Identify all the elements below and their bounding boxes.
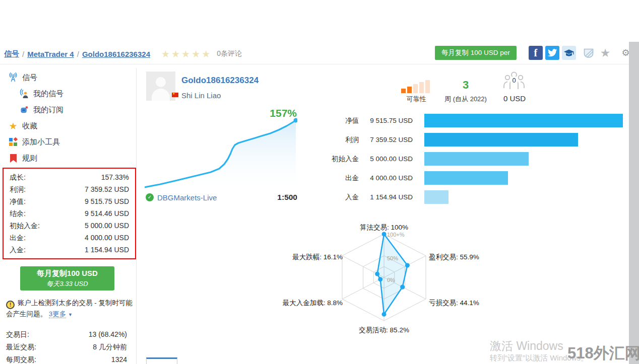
stat-row-withdrawals: 出金:4 000.00 USD: [10, 232, 129, 244]
bar: [424, 114, 623, 127]
stat-value: 1324: [111, 353, 127, 364]
sidebar-item-add-widget[interactable]: 添加小工具: [0, 134, 135, 150]
warning-icon: !: [6, 301, 15, 309]
bookmark-icon: [7, 154, 20, 163]
stat-value: 4 000.00 USD: [85, 232, 129, 244]
copy-signal-button[interactable]: 每月复制 100 USD per: [435, 46, 517, 60]
bar: [424, 133, 578, 147]
shield-hatched-icon: [583, 47, 595, 59]
subscribe-button[interactable]: 每月复制100 USD 每天3.33 USD: [20, 266, 114, 290]
breadcrumb: 信号 / MetaTrader 4 / Goldo18616236324 ★★★…: [4, 48, 242, 60]
growth-chart: [145, 108, 297, 190]
radar-label-losing-trades: 亏损交易: 44.1%: [429, 299, 479, 308]
verified-check-icon: ✓: [146, 193, 154, 201]
stat-label: 最近交易:: [6, 341, 36, 353]
bar-value: 7 359.52 USD: [365, 136, 413, 143]
sidebar-item-label: 添加小工具: [22, 137, 60, 147]
sidebar-item-label: 我的信号: [33, 89, 63, 99]
stat-value: 9 514.46 USD: [85, 207, 129, 220]
stat-value: 13 (68.42%): [89, 328, 127, 341]
svg-text:50%: 50%: [387, 255, 398, 261]
bar: [424, 171, 508, 185]
vertical-scrollbar[interactable]: [629, 42, 639, 364]
stat-label: 利润:: [10, 183, 26, 195]
stat-label: 初始入金:: [10, 220, 40, 232]
breadcrumb-link-mt4[interactable]: MetaTrader 4: [27, 50, 74, 58]
subscribers-funds: 0 USD: [500, 94, 529, 103]
header-divider: [0, 64, 629, 64]
sidebar-item-label: 信号: [22, 73, 37, 83]
stat-row-balance: 结余:9 514.46 USD: [10, 207, 129, 220]
sidebar-item-signals[interactable]: 信号: [0, 69, 135, 86]
stat-value: 157.33%: [101, 171, 129, 183]
broker-link[interactable]: DBGMarkets-Live: [157, 193, 217, 202]
sidebar-item-my-signals[interactable]: 我的信号: [0, 86, 135, 102]
bar-category: 利润: [312, 135, 359, 144]
more-warnings-caret-icon[interactable]: ▼: [68, 312, 73, 317]
widgets-icon: [7, 137, 20, 147]
reliability-bar: [413, 84, 418, 93]
sidebar-item-label: 收藏: [22, 121, 37, 131]
flag-star: ★: [172, 92, 175, 95]
radar-label-max-drawdown: 最大跌幅: 16.1%: [229, 253, 343, 262]
antenna-icon: [7, 72, 20, 83]
my-signals-icon: [18, 89, 31, 99]
sidebar-item-rules[interactable]: 规则: [0, 150, 135, 166]
breadcrumb-separator: /: [77, 50, 79, 58]
account-stats-box: 成长:157.33% 利润:7 359.52 USD 净值:9 515.75 U…: [3, 168, 136, 259]
weeks-count: 3: [454, 79, 478, 92]
avatar-body: [152, 89, 170, 101]
reviews-link[interactable]: 0条评论: [217, 49, 242, 58]
education-icon[interactable]: [562, 46, 576, 60]
sidebar-item-favorites[interactable]: ★ 收藏: [0, 118, 135, 134]
stat-label: 结余:: [10, 207, 26, 220]
breadcrumb-link-signal-name[interactable]: Goldo18616236324: [82, 50, 150, 58]
stat-value: 5 000.00 USD: [85, 220, 129, 232]
rating-stars[interactable]: ★★★★★: [161, 48, 212, 60]
leverage-value: 1:500: [277, 193, 297, 202]
author-name: Shi Lin Liao: [181, 91, 221, 100]
signal-page: 信号 / MetaTrader 4 / Goldo18616236324 ★★★…: [0, 0, 639, 364]
reliability-label: 可靠性: [398, 95, 434, 104]
twitter-icon[interactable]: [545, 46, 559, 60]
avatar: [146, 71, 175, 101]
bar-category: 初始入金: [312, 155, 359, 164]
radar-chart: 100+%50%0%: [300, 222, 468, 342]
bar-value: 5 000.00 USD: [365, 155, 413, 163]
breadcrumb-link-signals[interactable]: 信号: [4, 49, 19, 59]
avatar-head: [156, 77, 166, 87]
balance-row-withdrawals: 出金 4 000.00 USD: [312, 171, 629, 185]
stat-label: 净值:: [10, 195, 26, 207]
stat-row-trading-days: 交易日:13 (68.42%): [6, 328, 127, 341]
stat-value: 9 515.75 USD: [85, 195, 129, 207]
facebook-icon[interactable]: f: [529, 46, 543, 60]
signal-name[interactable]: Goldo18616236324: [181, 76, 259, 86]
subscribe-price: 每月复制100 USD: [20, 269, 114, 278]
stat-value: 8 几分钟前: [93, 341, 127, 353]
svg-text:0%: 0%: [387, 277, 395, 283]
reliability-bar: [407, 87, 412, 93]
stat-row-growth: 成长:157.33%: [10, 171, 129, 183]
growth-line-chart: [145, 108, 297, 190]
stat-label: 每周交易:: [6, 353, 36, 364]
twitter-bird-icon: [547, 48, 557, 58]
badge-icon[interactable]: [582, 46, 596, 60]
site-watermark: 518外汇网: [567, 343, 639, 364]
stat-value: 7 359.52 USD: [85, 183, 129, 195]
balance-row-profit: 利润 7 359.52 USD: [312, 133, 629, 147]
stat-label: 交易日:: [6, 328, 29, 341]
favorite-star-icon[interactable]: ★: [600, 46, 611, 60]
sidebar-item-my-subscriptions[interactable]: 我的订阅: [0, 102, 135, 118]
weeks-label: 周 (自从 2022): [434, 95, 497, 104]
sidebar-item-label: 我的订阅: [33, 105, 63, 115]
bottom-tab-stub[interactable]: [146, 357, 177, 364]
radar-label-trading-activity: 交易活动: 85.2%: [329, 326, 439, 335]
activate-windows-watermark: 激活 Windows: [490, 338, 563, 354]
sidebar-divider: [136, 68, 137, 364]
more-warnings-link[interactable]: 3更多: [49, 310, 67, 318]
bar-category: 入金: [312, 193, 359, 202]
broker-row: ✓ DBGMarkets-Live 1:500: [146, 193, 297, 202]
trading-stats: 交易日:13 (68.42%) 最近交易:8 几分钟前 每周交易:1324: [6, 328, 127, 364]
stat-row-latest-trade: 最近交易:8 几分钟前: [6, 341, 127, 353]
radar-svg: 100+%50%0%: [300, 222, 468, 342]
